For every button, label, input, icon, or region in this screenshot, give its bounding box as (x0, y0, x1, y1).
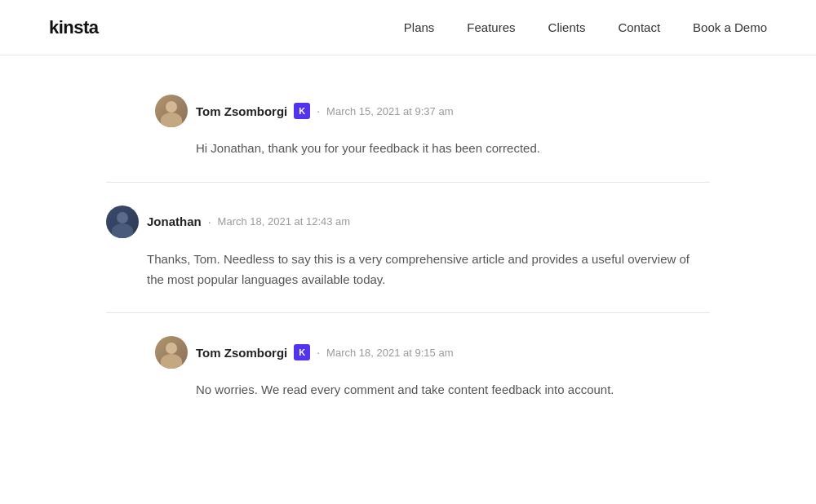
comment-text: Hi Jonathan, thank you for your feedback… (155, 139, 710, 159)
main-content: Tom Zsomborgi K · March 15, 2021 at 9:37… (0, 55, 816, 440)
comment-header: Tom Zsomborgi K · March 18, 2021 at 9:15… (155, 336, 710, 369)
kinsta-staff-badge: K (294, 103, 310, 119)
comment-author-info: Tom Zsomborgi K · March 15, 2021 at 9:37… (196, 103, 453, 119)
comment-author-info: Jonathan · March 18, 2021 at 12:43 am (147, 214, 350, 228)
nav-clients[interactable]: Clients (548, 20, 586, 34)
nav-features[interactable]: Features (467, 20, 515, 34)
author-name: Jonathan (147, 214, 202, 228)
author-name: Tom Zsomborgi (196, 346, 287, 360)
comment-date: March 15, 2021 at 9:37 am (326, 105, 453, 117)
comment-tom-2: Tom Zsomborgi K · March 18, 2021 at 9:15… (106, 313, 710, 423)
nav-contact[interactable]: Contact (618, 20, 660, 34)
separator-dot: · (317, 346, 320, 359)
comment-tom-1: Tom Zsomborgi K · March 15, 2021 at 9:37… (106, 72, 710, 183)
comment-date: March 18, 2021 at 12:43 am (218, 215, 351, 228)
site-header: KInSta Plans Features Clients Contact Bo… (0, 0, 816, 55)
comment-jonathan: Jonathan · March 18, 2021 at 12:43 am Th… (106, 183, 710, 314)
avatar (155, 95, 188, 127)
comment-date: March 18, 2021 at 9:15 am (326, 347, 453, 359)
comments-section: Tom Zsomborgi K · March 15, 2021 at 9:37… (90, 55, 726, 440)
separator-dot: · (317, 104, 320, 117)
site-logo[interactable]: KInSta (49, 17, 99, 38)
author-name: Tom Zsomborgi (196, 104, 287, 118)
kinsta-staff-badge: K (294, 344, 310, 360)
nav-book-demo[interactable]: Book a Demo (693, 20, 767, 34)
separator-dot: · (208, 215, 211, 228)
comment-header: Jonathan · March 18, 2021 at 12:43 am (106, 206, 710, 238)
nav-plans[interactable]: Plans (404, 20, 435, 34)
comment-header: Tom Zsomborgi K · March 15, 2021 at 9:37… (155, 95, 710, 127)
comment-author-info: Tom Zsomborgi K · March 18, 2021 at 9:15… (196, 344, 453, 360)
avatar (155, 336, 188, 369)
avatar (106, 206, 139, 238)
comment-text: Thanks, Tom. Needless to say this is a v… (106, 250, 710, 290)
main-nav: Plans Features Clients Contact Book a De… (404, 20, 767, 34)
comment-text: No worries. We read every comment and ta… (155, 380, 710, 400)
